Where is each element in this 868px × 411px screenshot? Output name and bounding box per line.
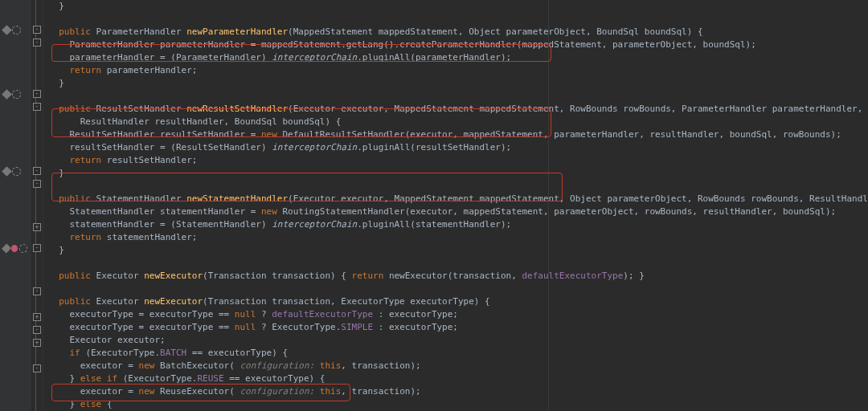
code-line[interactable]: public StatementHandler newStatementHand… — [48, 193, 868, 206]
code-line[interactable]: statementHandler = (StatementHandler) in… — [48, 218, 868, 231]
code-line[interactable]: public Executor newExecutor(Transaction … — [48, 295, 868, 308]
fold-toggle[interactable]: - — [33, 244, 41, 252]
code-line[interactable]: resultSetHandler = (ResultSetHandler) in… — [48, 141, 868, 154]
token: DefaultResultSetHandler(executor, mapped… — [282, 129, 841, 140]
code-line[interactable]: executor = new BatchExecutor( configurat… — [48, 360, 868, 372]
token: BATCH — [160, 348, 186, 358]
code-line[interactable]: ResultHandler resultHandler, BoundSql bo… — [48, 116, 868, 128]
token: ParameterHandler — [96, 26, 187, 37]
code-line[interactable]: StatementHandler statementHandler = new … — [48, 206, 868, 218]
code-line[interactable]: executor = new ReuseExecutor( configurat… — [48, 385, 868, 398]
fold-toggle[interactable]: + — [33, 313, 41, 321]
gutter-mark[interactable] — [3, 90, 27, 98]
code-line[interactable]: } — [48, 77, 868, 90]
code-line[interactable]: ParameterHandler parameterHandler = mapp… — [48, 39, 868, 51]
token: newResultSetHandler — [186, 104, 288, 114]
token: else — [80, 399, 107, 409]
code-line[interactable]: public Executor newExecutor(Transaction … — [48, 270, 868, 283]
token: } — [70, 373, 80, 384]
token: new — [139, 386, 161, 397]
gutter-mark[interactable] — [3, 26, 27, 34]
token: .pluginAll(statementHandler); — [357, 219, 511, 230]
code-line[interactable]: parameterHandler = (ParameterHandler) in… — [48, 51, 868, 64]
token: REUSE — [197, 373, 223, 384]
token: else if — [80, 373, 123, 384]
code-line[interactable]: public ResultSetHandler newResultSetHand… — [48, 103, 868, 116]
code-line[interactable] — [48, 180, 868, 193]
token: Executor — [96, 296, 145, 307]
fold-toggle[interactable]: + — [33, 223, 41, 231]
code-line[interactable]: return resultSetHandler; — [48, 154, 868, 167]
breadcrumb-icon — [12, 90, 21, 99]
token: defaultExecutorType — [522, 271, 623, 281]
token: newExecutor(transaction, — [389, 271, 522, 281]
token: (ExecutorType. — [85, 348, 160, 358]
token: public — [59, 104, 96, 114]
token: (MappedStatement mappedStatement, Object… — [288, 26, 703, 37]
token: statementHandler; — [107, 232, 198, 242]
code-line[interactable]: } else { — [48, 398, 868, 411]
token: (Executor executor, MappedStatement mapp… — [288, 104, 862, 114]
code-line[interactable]: } — [48, 244, 868, 257]
fold-toggle[interactable]: - — [33, 287, 41, 295]
fold-toggle[interactable]: - — [33, 90, 41, 98]
code-line[interactable]: ResultSetHandler resultSetHandler = new … — [48, 128, 868, 141]
fold-toggle[interactable]: - — [33, 26, 41, 34]
token: newParameterHandler — [186, 26, 288, 37]
override-icon — [2, 25, 12, 35]
fold-toggle[interactable]: - — [33, 167, 41, 175]
fold-toggle[interactable]: - — [33, 180, 41, 188]
token: , transaction); — [341, 360, 420, 371]
code-area[interactable]: } public ParameterHandler newParameterHa… — [43, 0, 868, 411]
token: newStatementHandler — [186, 193, 288, 204]
token: executorType = executorType == — [70, 309, 235, 319]
token: interceptorChain — [272, 52, 357, 63]
code-line[interactable]: executorType = executorType == null ? de… — [48, 308, 868, 321]
token: resultSetHandler = (ResultSetHandler) — [70, 142, 272, 153]
token: if — [70, 348, 86, 358]
token: } — [70, 399, 80, 409]
token: this — [320, 360, 342, 371]
override-icon — [2, 166, 12, 177]
token: { — [107, 399, 113, 409]
gutter-mark[interactable] — [3, 167, 27, 175]
token: } — [59, 168, 64, 178]
fold-toggle[interactable]: - — [33, 326, 41, 334]
code-line[interactable]: return statementHandler; — [48, 231, 868, 244]
token: .pluginAll(resultSetHandler); — [357, 142, 511, 153]
code-line[interactable]: } — [48, 0, 868, 13]
code-line[interactable]: Executor executor; — [48, 334, 868, 347]
gutter-mark[interactable] — [3, 244, 27, 252]
breadcrumb-icon — [12, 26, 21, 35]
code-line[interactable]: if (ExecutorType.BATCH == executorType) … — [48, 347, 868, 360]
token: resultSetHandler; — [107, 155, 198, 165]
code-line[interactable] — [48, 90, 868, 103]
override-icon — [2, 89, 12, 100]
code-line[interactable]: public ParameterHandler newParameterHand… — [48, 26, 868, 39]
token: new — [139, 360, 161, 371]
code-editor[interactable]: ------+--+-+- } public ParameterHandler … — [0, 0, 868, 411]
code-line[interactable]: return parameterHandler; — [48, 64, 868, 77]
token: interceptorChain — [272, 219, 357, 230]
fold-toggle[interactable]: - — [33, 103, 41, 111]
token: defaultExecutorType — [272, 309, 373, 319]
code-line[interactable]: } else if (ExecutorType.REUSE == executo… — [48, 372, 868, 385]
token: ResultSetHandler resultSetHandler = — [70, 129, 261, 140]
code-line[interactable]: } — [48, 167, 868, 180]
token: return — [352, 271, 389, 281]
token: ResultHandler resultHandler, BoundSql bo… — [80, 116, 342, 127]
token: public — [59, 271, 96, 281]
fold-toggle[interactable]: - — [33, 364, 41, 372]
token: == executorType) { — [186, 348, 288, 358]
fold-toggle[interactable]: + — [33, 339, 41, 347]
token: public — [59, 296, 96, 307]
code-line[interactable] — [48, 283, 868, 295]
code-line[interactable] — [48, 13, 868, 26]
token: null — [235, 322, 261, 332]
token: Executor — [96, 271, 145, 281]
token: ReuseExecutor( — [160, 386, 240, 397]
fold-toggle[interactable]: - — [33, 39, 41, 47]
code-line[interactable] — [48, 257, 868, 270]
recursive-icon — [11, 245, 18, 252]
code-line[interactable]: executorType = executorType == null ? Ex… — [48, 321, 868, 334]
